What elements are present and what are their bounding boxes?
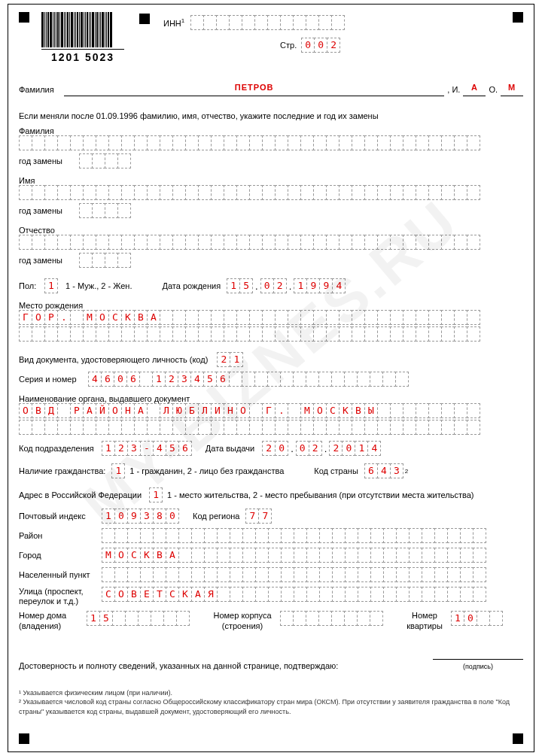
flat-cells[interactable]: 10 (451, 611, 503, 626)
prev-patronymic-cells[interactable] (19, 235, 523, 250)
doc-unit-label: Код подразделения (19, 444, 94, 453)
birthplace-cells-2[interactable] (19, 326, 523, 342)
doc-series-cells[interactable]: 4606 123456 (88, 372, 409, 387)
signature-line[interactable] (433, 649, 523, 660)
country-label: Код страны (314, 466, 358, 475)
initial-i-label: , И. (447, 85, 460, 94)
birthplace-cells-1[interactable]: ГОР. МОСКВА (19, 310, 523, 325)
initial-o-value[interactable]: М (508, 83, 516, 92)
marker-square (139, 14, 150, 24)
doc-type-label: Вид документа, удостоверяющего личность … (19, 355, 208, 364)
city-label: Город (19, 551, 102, 560)
prev-patronymic-year-cells[interactable] (79, 253, 131, 268)
region-cells[interactable]: 77 (245, 509, 272, 524)
citizenship-cells[interactable]: 1 (111, 463, 125, 478)
initial-o-label: О. (489, 85, 498, 94)
barcode-block: 1201 5023 (41, 12, 124, 63)
house-label: Номер дома (владения) (19, 611, 87, 630)
building-cells[interactable] (280, 611, 383, 626)
street-cells[interactable]: СОВЕТСКАЯ (102, 587, 523, 602)
surname-row: Фамилия ПЕТРОВ , И. А О. М (19, 83, 523, 96)
footnote-2: ² Указывается числовой код страны соглас… (19, 697, 523, 716)
dob-month[interactable]: 02 (260, 278, 287, 293)
settlement-cells[interactable] (102, 567, 523, 582)
prev-patronymic-label: Отчество (19, 226, 523, 235)
confirm-text: Достоверность и полноту сведений, указан… (19, 661, 433, 670)
surname-value[interactable]: ПЕТРОВ (235, 83, 274, 92)
address-type-legend: 1 - место жительства, 2 - место пребыван… (167, 490, 473, 499)
prev-name-year-label: год замены (19, 206, 79, 215)
corner-marker-tr (513, 12, 523, 23)
doc-issue-date-label: Дата выдачи (206, 444, 254, 453)
doc-type-cells[interactable]: 21 (217, 352, 243, 367)
doc-issuer-cells-2[interactable] (19, 420, 523, 435)
barcode-number: 1201 5023 (51, 51, 114, 63)
corner-marker-br (513, 733, 523, 744)
surname-label: Фамилия (19, 85, 64, 94)
sex-legend: 1 - Муж., 2 - Жен. (65, 281, 132, 290)
citizenship-legend: 1 - гражданин, 2 - лицо без гражданства (129, 466, 284, 475)
building-label: Номер корпуса (строения) (205, 611, 280, 630)
sex-label: Пол: (19, 281, 44, 290)
issue-day[interactable]: 20 (262, 441, 288, 456)
header-row: 1201 5023 ИНН1 Стр. 002 (19, 12, 523, 63)
dob-label: Дата рождения (163, 281, 221, 290)
postcode-label: Почтовый индекс (19, 512, 102, 521)
prev-surname-year-label: год замены (19, 156, 79, 165)
inn-cells[interactable] (190, 15, 345, 30)
prev-surname-label: Фамилия (19, 126, 523, 135)
name-change-instruction: Если меняли после 01.09.1996 фамилию, им… (19, 111, 523, 120)
flat-label: Номер квартиры (398, 611, 451, 630)
signature-label: (подпись) (463, 663, 493, 670)
doc-issuer-cells-1[interactable]: ОВД РАЙОНА ЛЮБЛИНО Г. МОСКВЫ (19, 403, 523, 418)
region-label: Код региона (193, 512, 239, 521)
district-label: Район (19, 531, 102, 540)
city-cells[interactable]: МОСКВА (102, 548, 523, 563)
page-cells: 002 (301, 38, 340, 53)
initial-i-value[interactable]: А (471, 83, 478, 92)
doc-series-label: Серия и номер (19, 375, 88, 384)
barcode-icon (41, 12, 124, 50)
citizenship-label: Наличие гражданства: (19, 466, 105, 475)
address-label: Адрес в Российской Федерации (19, 490, 142, 499)
prev-patronymic-year-label: год замены (19, 256, 79, 265)
country-cells[interactable]: 643 (364, 463, 403, 478)
prev-surname-year-cells[interactable] (79, 153, 131, 169)
footnotes: ¹ Указывается физическим лицом (при нали… (19, 688, 523, 717)
prev-surname-cells[interactable] (19, 135, 523, 150)
address-type-cells[interactable]: 1 (149, 487, 163, 502)
settlement-label: Населенный пункт (19, 570, 102, 579)
corner-marker-bl (19, 733, 29, 744)
doc-unit-cells[interactable]: 123-456 (102, 441, 192, 456)
district-cells[interactable] (102, 528, 523, 543)
prev-name-cells[interactable] (19, 185, 523, 200)
house-cells[interactable]: 15 (87, 611, 190, 626)
postcode-cells[interactable]: 109380 (102, 509, 179, 524)
street-label: Улица (проспект, переулок и т.д.) (19, 587, 102, 606)
sex-cells[interactable]: 1 (44, 278, 58, 293)
inn-label: ИНН1 (163, 17, 184, 28)
dob-day[interactable]: 15 (227, 278, 253, 293)
form-page: MY-BIZNES.RU 1201 5023 ИНН1 Стр. 002 Фам… (8, 4, 534, 752)
page-label: Стр. (280, 41, 297, 50)
doc-issuer-label: Наименование органа, выдавшего документ (19, 394, 523, 403)
issue-month[interactable]: 02 (296, 441, 322, 456)
prev-name-label: Имя (19, 176, 523, 185)
issue-year[interactable]: 2014 (329, 441, 381, 456)
corner-marker-tl (19, 12, 29, 23)
birthplace-label: Место рождения (19, 301, 523, 310)
prev-name-year-cells[interactable] (79, 203, 131, 218)
dob-year[interactable]: 1994 (294, 278, 346, 293)
footnote-1: ¹ Указывается физическим лицом (при нали… (19, 688, 523, 698)
